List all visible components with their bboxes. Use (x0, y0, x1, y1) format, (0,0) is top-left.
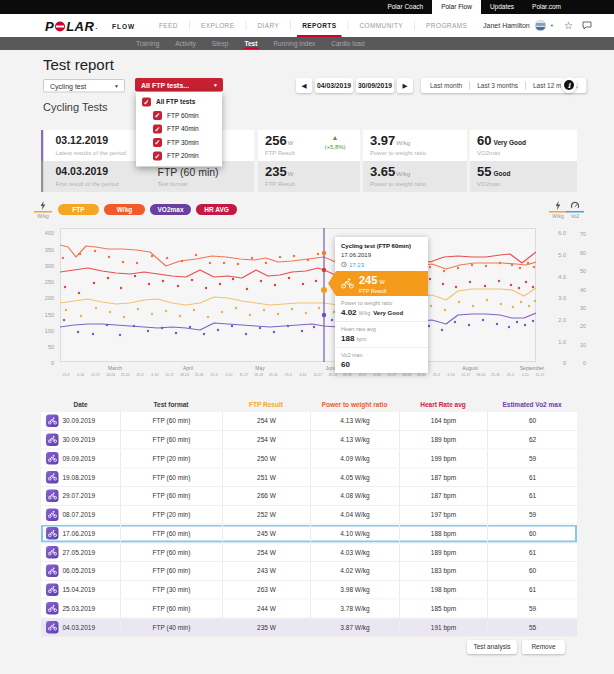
chart-dot (177, 285, 179, 287)
table-cell: 61 (487, 581, 577, 599)
end-date-input[interactable]: 30/09/2019 (356, 78, 394, 93)
x-axis-week-label: 18-24 (180, 373, 189, 377)
topbar-link-updates[interactable]: Updates (481, 0, 523, 14)
topbar-link-polar-flow[interactable]: Polar Flow (432, 0, 481, 14)
user-menu[interactable]: Janet Hamilton ▾ ☆ (483, 14, 592, 37)
remove-button[interactable]: Remove (522, 640, 565, 654)
legend-w-kg[interactable]: W/kg (104, 204, 145, 215)
test-analysis-button[interactable]: Test analysis (467, 640, 517, 654)
x-axis-week-label: 4-10 (374, 373, 381, 377)
topbar-link-polar-coach[interactable]: Polar Coach (378, 0, 432, 14)
column-header-power-to-weight-ratio[interactable]: Power to weight ratio (310, 397, 399, 412)
polar-logo[interactable]: PLAR. (45, 19, 98, 35)
quick-range-last-month[interactable]: Last month (423, 78, 469, 93)
table-cell: 250 W (222, 450, 310, 468)
menu-item-programs[interactable]: PROGRAMS (415, 14, 478, 37)
chart-dot (532, 320, 534, 322)
row-date: 19.08.2019 (63, 473, 96, 481)
table-row[interactable]: 25.03.2019FTP (60 min)244 W3.78 W/kg185 … (41, 600, 577, 619)
table-row[interactable]: 30.09.2019FTP (60 min)254 W4.13 W/kg189 … (41, 431, 577, 450)
summary-cell-vo2: 60Very Good VO2max (470, 130, 577, 161)
legend-vo2max[interactable]: VO2max (150, 204, 191, 215)
legend-ftp[interactable]: FTP (58, 204, 99, 215)
subnav-item-training[interactable]: Training (128, 37, 167, 50)
ftp-filter-select[interactable]: All FTP tests... ▼ (135, 78, 223, 92)
table-row[interactable]: 19.08.2019FTP (60 min)251 W4.05 W/kg187 … (41, 468, 577, 487)
chart-dot (148, 283, 150, 285)
menu-item-diary[interactable]: DIARY (246, 14, 290, 37)
page-title: Test report (43, 57, 114, 74)
menu-item-reports[interactable]: REPORTS (291, 14, 347, 37)
previous-period-button[interactable]: ◀ (296, 78, 312, 93)
x-axis-week-label: 25-3 (285, 373, 292, 377)
table-body: 30.09.2019FTP (60 min)254 W4.13 W/kg164 … (41, 412, 577, 637)
quick-range-last-3-months[interactable]: Last 3 months (470, 78, 525, 93)
subnav-item-test[interactable]: Test (236, 37, 265, 50)
info-button[interactable]: i (561, 77, 577, 93)
favorites-icon[interactable]: ☆ (564, 21, 573, 31)
column-header-estimated-vo2-max[interactable]: Estimated Vo2 max (487, 397, 577, 412)
y-axis-vo2-label: 30 (566, 305, 586, 311)
dropdown-item-ftp-30min[interactable]: ✓FTP 30min (136, 136, 222, 150)
column-header-heart-rate-avg[interactable]: Heart Rate avg (399, 397, 487, 412)
checkbox-checked-icon[interactable]: ✓ (153, 111, 162, 120)
chart-canvas[interactable] (60, 228, 536, 362)
dropdown-item-all-ftp-tests[interactable]: ✓All FTP tests (136, 95, 222, 109)
chart-dot (232, 278, 234, 280)
table-row[interactable]: 06.05.2019FTP (60 min)243 W4.02 W/kg183 … (41, 562, 577, 581)
table-cell: 263 W (222, 581, 310, 599)
chart-dot (469, 281, 471, 283)
chart-dot (313, 326, 315, 328)
y-axis-left-label: 100 (34, 328, 54, 334)
menu-item-community[interactable]: COMMUNITY (348, 14, 414, 37)
menu-item-explore[interactable]: EXPLORE (190, 14, 246, 37)
table-row[interactable]: 17.06.2019FTP (60 min)245 W4.10 W/kg188 … (41, 525, 577, 544)
table-cell: 17.06.2019 (41, 525, 120, 543)
column-header-test-format[interactable]: Test format (120, 397, 222, 412)
tooltip-unit: W/kg (359, 311, 370, 317)
table-row[interactable]: 27.05.2019FTP (60 min)254 W4.03 W/kg189 … (41, 543, 577, 562)
checkbox-checked-icon[interactable]: ✓ (153, 151, 162, 160)
table-cell: FTP (30 min) (120, 581, 222, 599)
test-type-select[interactable]: Cycling test ▼ (43, 79, 125, 93)
table-row[interactable]: 15.04.2019FTP (30 min)263 W3.98 W/kg198 … (41, 581, 577, 600)
table-row[interactable]: 04.03.2019FTP (40 min)235 W3.87 W/kg191 … (41, 618, 577, 637)
topbar-link-polar-com[interactable]: Polar.com (523, 0, 570, 14)
axis-underline (566, 211, 584, 213)
row-date: 04.03.2019 (63, 623, 96, 631)
chart-dot (195, 254, 197, 256)
chart-dot (274, 284, 276, 286)
chat-icon[interactable] (582, 21, 592, 30)
table-row[interactable]: 08.07.2019FTP (20 min)252 W4.04 W/kg197 … (41, 506, 577, 525)
clock-icon (341, 262, 347, 268)
chart-dot (485, 265, 487, 267)
subnav-item-sleep[interactable]: Sleep (204, 37, 237, 50)
cycling-icon (46, 565, 59, 578)
dropdown-item-ftp-20min[interactable]: ✓FTP 20min (136, 149, 222, 163)
checkbox-checked-icon[interactable]: ✓ (142, 97, 151, 106)
start-date-input[interactable]: 04/03/2019 (315, 78, 353, 93)
checkbox-checked-icon[interactable]: ✓ (153, 138, 162, 147)
tooltip-section-wkg: Power to weight ratio 4.02 W/kgVery Good (335, 296, 428, 322)
dropdown-item-ftp-40min[interactable]: ✓FTP 40min (136, 122, 222, 136)
next-period-button[interactable]: ▶ (397, 78, 413, 93)
column-header-ftp-result[interactable]: FTP Result (222, 397, 310, 412)
dropdown-item-ftp-60min[interactable]: ✓FTP 60min (136, 109, 222, 123)
checkbox-checked-icon[interactable]: ✓ (153, 124, 162, 133)
table-cell: 30.09.2019 (41, 412, 120, 430)
subnav-item-activity[interactable]: Activity (167, 37, 204, 50)
chart-dot (65, 309, 67, 311)
subnav-item-running-index[interactable]: Running Index (265, 37, 323, 50)
table-cell: 09.09.2019 (41, 450, 120, 468)
topbar: Polar CoachPolar FlowUpdatesPolar.com (0, 0, 614, 14)
dropdown-item-label: FTP 40min (167, 125, 199, 133)
table-cell: 15.04.2019 (41, 581, 120, 599)
menu-item-feed[interactable]: FEED (148, 14, 189, 37)
table-row[interactable]: 29.07.2019FTP (60 min)266 W4.08 W/kg187 … (41, 487, 577, 506)
x-axis-week-label: 25-3 (211, 373, 218, 377)
legend-hr-avg[interactable]: HR AVG (196, 204, 237, 215)
column-header-date[interactable]: Date (41, 397, 120, 412)
table-row[interactable]: 30.09.2019FTP (60 min)254 W4.13 W/kg164 … (41, 412, 577, 431)
table-row[interactable]: 09.09.2019FTP (20 min)250 W4.09 W/kg199 … (41, 450, 577, 469)
subnav-item-cardio-load[interactable]: Cardio load (323, 37, 372, 50)
